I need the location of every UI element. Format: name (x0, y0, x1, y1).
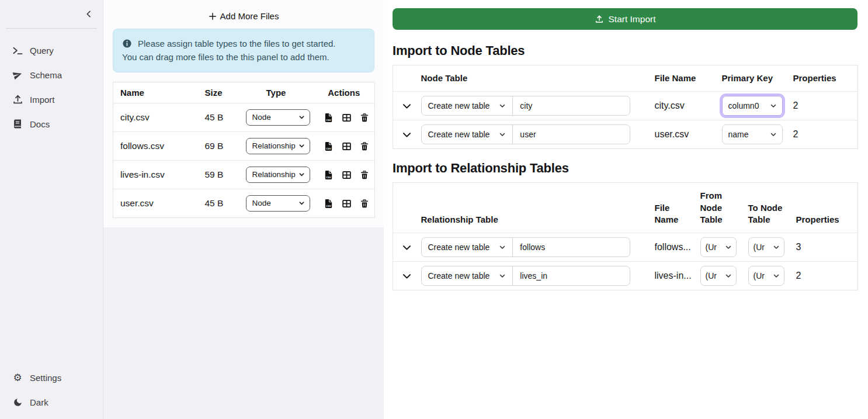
file-row: follows.csv 69 B Relationship CSV (113, 131, 375, 160)
sidebar-item-import[interactable]: Import (0, 87, 103, 112)
file-row: user.csv 45 B Node CSV (113, 189, 375, 217)
svg-text:CSV: CSV (326, 118, 331, 121)
upload-icon (12, 94, 23, 105)
svg-text:CSV: CSV (326, 147, 331, 150)
node-table-name-group: Create new table (421, 124, 630, 144)
table-preview-icon[interactable] (342, 170, 352, 180)
sidebar-item-label: Settings (30, 373, 61, 383)
file-type-select[interactable]: Node (246, 109, 310, 126)
trash-icon[interactable] (360, 141, 369, 151)
properties-count: 3 (796, 233, 858, 262)
csv-file-icon[interactable]: CSV (324, 199, 334, 209)
import-file-name: city.csv (655, 92, 722, 120)
node-tables-section-title: Import to Node Tables (393, 43, 857, 58)
file-name: follows.csv (113, 131, 198, 160)
import-file-name: follows... (655, 233, 700, 262)
file-name: city.csv (113, 103, 198, 131)
add-more-files-label: Add More Files (220, 11, 279, 21)
add-more-files-button[interactable]: Add More Files (113, 7, 374, 29)
sidebar-item-schema[interactable]: Schema (0, 63, 103, 87)
file-size: 45 B (198, 103, 239, 131)
start-import-button[interactable]: Start Import (393, 8, 857, 30)
to-node-table-header: To Node Table (748, 183, 796, 233)
file-size: 69 B (198, 131, 239, 160)
table-preview-icon[interactable] (342, 199, 352, 209)
primary-key-select[interactable]: column0 (722, 96, 783, 116)
csv-file-icon[interactable]: CSV (324, 141, 334, 151)
sidebar-item-label: Docs (30, 119, 50, 129)
import-panel: Start Import Import to Node Tables Node … (384, 0, 868, 419)
file-name-header: File Name (655, 65, 722, 92)
table-name-input[interactable] (513, 238, 630, 257)
sidebar-item-label: Query (30, 46, 54, 56)
properties-header: Properties (796, 183, 858, 233)
plus-icon (209, 12, 217, 20)
file-name-header: File Name (655, 183, 700, 233)
node-table-header: Node Table (421, 65, 655, 92)
table-mode-select[interactable]: Create new table (422, 96, 513, 115)
trash-icon[interactable] (360, 170, 369, 180)
node-import-row: Create new table user.csv name 2 (393, 120, 858, 149)
to-node-table-select[interactable]: (Ur (748, 237, 784, 257)
sidebar-item-docs[interactable]: Docs (0, 112, 103, 136)
primary-key-header: Primary Key (722, 65, 793, 92)
sidebar-item-label: Schema (30, 70, 62, 80)
relationship-table-name-group: Create new table (421, 266, 630, 286)
from-node-table-select[interactable]: (Ur (700, 237, 737, 257)
sidebar-item-settings[interactable]: ⚙ Settings (0, 365, 103, 390)
file-size: 59 B (198, 160, 239, 189)
chevron-left-icon (84, 9, 93, 19)
properties-count: 2 (793, 92, 858, 120)
relationship-table-name-group: Create new table (421, 237, 630, 257)
relationship-import-row: Create new table lives-in... (Ur (Ur 2 (393, 262, 858, 290)
chevron-down-icon[interactable] (399, 268, 415, 284)
file-size: 45 B (198, 189, 239, 217)
collapse-sidebar-button[interactable] (84, 9, 93, 19)
book-icon (12, 118, 23, 130)
primary-key-select[interactable]: name (722, 124, 783, 144)
moon-icon (12, 396, 23, 408)
properties-count: 2 (793, 120, 858, 149)
table-mode-select[interactable]: Create new table (422, 266, 513, 285)
node-import-row: Create new table city.csv column0 2 (393, 92, 858, 120)
sidebar-item-dark-mode[interactable]: Dark (0, 390, 103, 414)
table-preview-icon[interactable] (342, 141, 352, 151)
to-node-table-select[interactable]: (Ur (748, 266, 784, 286)
file-table-header-actions: Actions (314, 82, 375, 103)
relationship-tables-section-title: Import to Relationship Tables (393, 161, 857, 176)
table-mode-select[interactable]: Create new table (422, 125, 513, 144)
sidebar-item-query[interactable]: Query (0, 38, 103, 63)
trash-icon[interactable] (360, 113, 369, 123)
import-file-name: user.csv (655, 120, 722, 149)
table-mode-select[interactable]: Create new table (422, 238, 513, 257)
send-icon (12, 69, 23, 81)
terminal-icon (12, 44, 23, 56)
table-name-input[interactable] (513, 125, 630, 144)
alert-text-line2: You can drag more files to the this pane… (122, 50, 365, 64)
trash-icon[interactable] (360, 199, 369, 209)
table-preview-icon[interactable] (342, 113, 352, 123)
from-node-table-select[interactable]: (Ur (700, 266, 737, 286)
chevron-down-icon[interactable] (399, 127, 415, 143)
file-name: user.csv (113, 189, 198, 217)
sidebar-divider (6, 28, 97, 29)
svg-text:CSV: CSV (326, 175, 331, 178)
node-table-name-group: Create new table (421, 96, 630, 116)
chevron-down-icon[interactable] (399, 240, 415, 255)
table-name-input[interactable] (513, 96, 630, 115)
csv-file-icon[interactable]: CSV (324, 170, 334, 180)
csv-file-icon[interactable]: CSV (324, 113, 334, 123)
from-node-table-header: From Node Table (700, 183, 748, 233)
table-name-input[interactable] (513, 266, 630, 285)
sidebar-item-label: Import (30, 95, 55, 105)
sidebar: Query Schema Import Docs (0, 0, 103, 419)
file-type-select[interactable]: Node (246, 195, 310, 212)
app-root: Query Schema Import Docs (0, 0, 868, 419)
properties-header: Properties (793, 65, 858, 92)
file-table-header-name: Name (113, 82, 198, 103)
file-drop-panel: Add More Files Please assign table types… (103, 0, 384, 419)
start-import-label: Start Import (609, 14, 656, 25)
file-type-select[interactable]: Relationship (246, 167, 310, 183)
file-type-select[interactable]: Relationship (246, 138, 310, 154)
chevron-down-icon[interactable] (399, 98, 415, 114)
